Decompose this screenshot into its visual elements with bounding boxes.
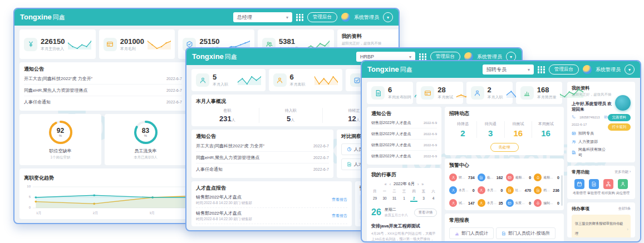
report-chip[interactable]: 部门人员统计表	[449, 241, 498, 242]
stat-icon	[520, 86, 534, 100]
view-report-link[interactable]: 查看报告	[332, 213, 347, 219]
calendar-date[interactable]: 30	[381, 196, 389, 202]
talent-report-item: 销售部2022年人才盘点时间:2022-6-8 14:22:30 部门:销售部 …	[196, 192, 347, 208]
calendar-event-title[interactable]: 安排java开发工程师面试	[371, 223, 437, 229]
recruit-column[interactable]: 待筛选 2	[449, 121, 477, 138]
warning-item[interactable]: 转正超期未处理 734	[449, 173, 475, 181]
notice-item[interactable]: 开工大吉|同鑫科技2022“虎 力全开”2022-6-7	[196, 140, 329, 152]
warning-item[interactable]: 档案未办理人员 236	[534, 186, 559, 194]
quick-app[interactable]: 组织架构	[602, 179, 615, 196]
notice-item[interactable]: 销售部2022年人才盘点2022-6-9	[371, 128, 437, 140]
warning-icon	[478, 173, 485, 181]
talent-report-item: 销售部2022年人才盘点时间:2022-6-8 14:22:30 部门:销售部 …	[196, 208, 347, 224]
warning-item[interactable]: 本月待转正人员 35	[478, 199, 503, 207]
calendar-month: 2022年 6月	[394, 181, 415, 187]
warning-item[interactable]: 临近到期合同数 162	[478, 173, 503, 181]
more-functions-link[interactable]: 更多功能 ›	[614, 170, 631, 175]
stat-card[interactable]: 28本月面试	[416, 82, 463, 104]
warning-item[interactable]: 编制超编减员 0	[534, 199, 559, 207]
report-chip[interactable]: 人员信息汇总	[500, 241, 545, 242]
warning-icon	[449, 173, 457, 181]
notice-item[interactable]: 销售部2022年人才盘点2022-6-9	[371, 140, 437, 151]
admin-console-button[interactable]: 管理后台	[549, 65, 579, 75]
avatar[interactable]	[583, 65, 592, 74]
stat-card[interactable]: 6本周发布招聘	[367, 82, 413, 104]
warning-icon	[534, 199, 542, 207]
stat-card[interactable]: 168本月简历量	[516, 82, 562, 104]
todo-more-link[interactable]: 全部9条	[618, 206, 631, 211]
recruit-column[interactable]: 待沟通 3	[477, 121, 505, 138]
next-year-button[interactable]: »	[421, 182, 424, 186]
notice-item[interactable]: 开工大吉|同鑫科技2022“虎 力全开”2022-6-7	[24, 73, 182, 85]
profile-phone: 18058749213	[579, 116, 600, 119]
stat-card[interactable]: 226150本月主营收入	[19, 29, 96, 59]
user-name: 系统管理员	[477, 53, 502, 61]
calendar-date[interactable]: 31	[391, 196, 398, 202]
todo-item[interactable]: 张三提交的财务报销审批待你处理紧急 2022-6-9 10:39:35 ›	[572, 215, 631, 237]
apps-grid-icon[interactable]	[419, 53, 426, 61]
profile-avatar[interactable]	[615, 95, 631, 111]
warning-item[interactable]: 实发工资与标准不符 0	[506, 199, 532, 207]
calendar-date[interactable]: 4	[430, 196, 437, 202]
profile-action-button[interactable]: 完善资料	[608, 114, 631, 121]
notice-item[interactable]: 销售部2022年人才盘点2022-6-9	[371, 151, 437, 161]
warning-icon	[449, 199, 457, 207]
handle-button[interactable]: 去处理	[490, 143, 519, 152]
weekday-label: 四	[410, 189, 417, 194]
chip-icon	[347, 162, 352, 167]
stat-card[interactable]: 6本月离职	[269, 69, 343, 91]
stat-icon	[104, 38, 117, 51]
calendar-detail-button[interactable]: 查看详情	[414, 209, 437, 217]
account-menu-button[interactable]: ▾	[625, 65, 635, 75]
quick-app[interactable]: 岗位管理	[616, 179, 630, 196]
stat-card[interactable]: 2本月入职	[466, 82, 513, 104]
notice-item[interactable]: 同鑫eHR,聚焦人力资源管理痛点2022-6-7	[24, 85, 182, 96]
quick-app[interactable]: 考勤管理	[573, 179, 586, 196]
profile-date: 2022-6-17	[572, 123, 587, 126]
id-icon	[604, 115, 608, 119]
warning-icon	[506, 173, 514, 181]
quick-app[interactable]: 审批管理	[587, 179, 601, 196]
stat-card[interactable]: 5本月入职	[191, 69, 266, 91]
calendar-date[interactable]: 1	[401, 196, 408, 202]
warning-item[interactable]: 本月入职人员 0	[449, 186, 475, 194]
warning-item[interactable]: 社保未办理人员 470	[506, 186, 532, 194]
view-report-link[interactable]: 查看报告	[332, 197, 347, 202]
account-menu-button[interactable]: ▾	[383, 12, 393, 22]
recruit-column[interactable]: 待面试 16	[505, 121, 533, 138]
warning-item[interactable]: 逾期上岗人员 0	[534, 173, 559, 181]
stat-icon	[24, 38, 37, 51]
sparkline	[560, 87, 583, 98]
stat-icon	[471, 86, 484, 100]
scrollbar[interactable]	[561, 175, 563, 206]
calendar-date[interactable]: 2	[410, 196, 417, 202]
calendar-card: 我的行事历 « ‹ 2022年 6月 › » 日一二三四五六 293031123…	[367, 168, 441, 242]
vacancy-gauge-card: 92% 职位空缺率 1个岗位空缺	[19, 114, 101, 165]
next-month-button[interactable]: ›	[417, 182, 419, 186]
apps-grid-icon[interactable]	[296, 14, 303, 21]
prev-month-button[interactable]: ‹	[390, 182, 391, 186]
apps-grid-icon[interactable]	[538, 66, 545, 73]
avatar[interactable]	[341, 13, 350, 22]
report-chip[interactable]: 部门人员统计	[449, 227, 494, 239]
warning-item[interactable]: 试用期将转正 147	[449, 199, 475, 207]
notice-item[interactable]: 人事任命通知2022-6-7	[196, 163, 329, 175]
role-select[interactable]: 总经理▾	[233, 12, 292, 22]
calendar-day-number: 26	[371, 208, 381, 217]
role-select[interactable]: 招聘专员▾	[483, 65, 534, 75]
admin-console-button[interactable]: 管理后台	[307, 12, 337, 22]
prev-year-button[interactable]: «	[385, 182, 387, 186]
calendar-date[interactable]: 3	[420, 196, 427, 202]
warning-item[interactable]: 逾期工资卡 0	[506, 173, 532, 181]
warning-item[interactable]: 本月离职人员 0	[478, 186, 503, 194]
report-chip[interactable]: 部门人员统计-按场所	[496, 227, 555, 239]
calendar-date[interactable]: 29	[371, 196, 378, 202]
notice-item[interactable]: 人事任命通知2022-6-7	[24, 96, 182, 107]
chevron-down-icon: ▾	[528, 67, 530, 72]
profile-tag: 招聘专员	[572, 131, 606, 136]
stat-card[interactable]: 201000本月毛利	[99, 29, 175, 59]
notice-item[interactable]: 同鑫eHR,聚焦人力资源管理痛点2022-6-7	[196, 152, 329, 163]
profile-action-button[interactable]: 打卡签到	[608, 123, 631, 131]
notice-item[interactable]: 销售部2022年人才盘点2022-6-9	[371, 117, 437, 128]
recruit-column[interactable]: 本周面试 16	[532, 121, 559, 138]
